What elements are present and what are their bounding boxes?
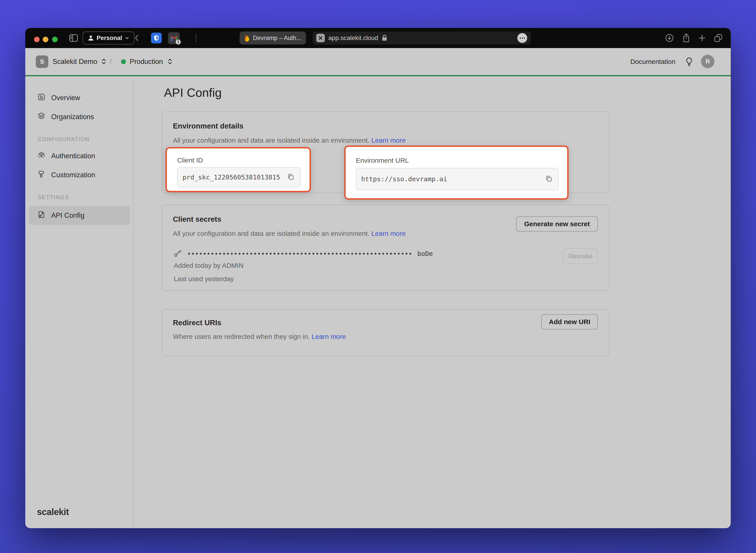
client-id-highlight-annotation: Client ID prd_skc_12205605381013815 xyxy=(165,147,311,192)
client-id-field: prd_skc_12205605381013815 xyxy=(177,167,300,187)
bitwarden-extension-icon[interactable] xyxy=(151,32,162,44)
learn-more-link[interactable]: Learn more xyxy=(371,230,406,237)
add-new-uri-button[interactable]: Add new URI xyxy=(541,314,598,329)
sidebar: Overview Organizations CONFIGURATION xyxy=(25,76,134,528)
sidebar-item-organizations[interactable]: Organizations xyxy=(25,107,133,126)
main-content: API Config Environment details All your … xyxy=(134,76,731,528)
sidebar-item-label: Overview xyxy=(51,94,80,102)
profile-label: Personal xyxy=(96,35,122,42)
card-description: Where users are redirected when they sig… xyxy=(173,333,346,340)
environment-status-dot xyxy=(121,59,126,64)
sidebar-item-label: Customization xyxy=(51,171,95,179)
breadcrumb-separator: / xyxy=(110,48,112,75)
key-icon xyxy=(174,249,182,258)
environment-url-value: https://sso.devramp.ai xyxy=(361,175,544,183)
tab-devramp[interactable]: Devramp – Auth... xyxy=(239,31,306,45)
sidebar-item-label: Organizations xyxy=(51,113,94,121)
client-id-value: prd_skc_12205605381013815 xyxy=(183,173,286,181)
sidebar-toggle-icon[interactable] xyxy=(69,33,78,43)
tab-overview-button[interactable] xyxy=(713,33,723,43)
card-description: All your configuration and data are isol… xyxy=(173,230,406,237)
tab-title: Devramp – Auth... xyxy=(253,35,301,42)
documentation-link[interactable]: Documentation xyxy=(630,48,676,75)
lock-icon xyxy=(382,34,388,42)
app-header: S Scalekit Demo / Production Documentati… xyxy=(25,48,731,75)
redirect-uris-card: Redirect URIs Where users are redirected… xyxy=(162,309,610,356)
chevron-down-icon xyxy=(125,35,130,41)
scalekit-logo: scalekit xyxy=(37,507,69,517)
sidebar-item-label: Authentication xyxy=(51,152,95,160)
environment-details-card: Environment details All your configurati… xyxy=(162,111,610,193)
card-title: Redirect URIs xyxy=(173,319,221,327)
page-title: API Config xyxy=(164,86,222,99)
share-button[interactable] xyxy=(681,33,691,43)
copy-icon[interactable] xyxy=(286,172,295,182)
environment-switcher[interactable]: Production xyxy=(130,48,163,75)
secret-suffix: boDe xyxy=(417,250,433,257)
browser-toolbar: Personal 1 xyxy=(25,28,731,48)
browser-window: Personal 1 xyxy=(25,28,731,528)
generate-new-secret-button[interactable]: Generate new secret xyxy=(516,216,598,232)
toolbar-separator xyxy=(196,33,196,43)
secret-row: ••••••••••••••••••••••••••••••••••••••••… xyxy=(174,249,433,258)
card-description: All your configuration and data are isol… xyxy=(173,137,406,144)
environment-url-field: https://sso.devramp.ai xyxy=(356,168,559,190)
sidebar-item-api-config[interactable]: API Config xyxy=(29,206,130,225)
sidebar-section-configuration: CONFIGURATION xyxy=(25,135,133,144)
close-tab-icon[interactable] xyxy=(316,34,325,42)
environment-switcher-chevrons-icon[interactable] xyxy=(166,57,174,67)
minimize-window-button[interactable] xyxy=(43,37,48,42)
new-tab-button[interactable] xyxy=(697,33,707,43)
lightbulb-icon[interactable] xyxy=(685,57,694,68)
workspace-logo[interactable]: S xyxy=(36,56,48,68)
org-switcher-chevrons-icon[interactable] xyxy=(99,57,108,67)
overview-icon xyxy=(38,93,46,103)
tab-active-address[interactable]: app.scalekit.cloud xyxy=(313,31,531,45)
environment-url-label: Environment URL xyxy=(356,157,409,164)
copy-icon[interactable] xyxy=(544,174,553,184)
client-id-label: Client ID xyxy=(177,156,203,164)
secret-last-used-info: Last used yesterday xyxy=(174,275,234,283)
learn-more-link[interactable]: Learn more xyxy=(312,333,346,340)
back-button[interactable] xyxy=(133,33,141,43)
paint-roller-icon xyxy=(38,170,46,180)
downloads-button[interactable] xyxy=(665,33,674,43)
organizations-icon xyxy=(38,112,46,122)
api-config-icon xyxy=(38,211,46,220)
address-url: app.scalekit.cloud xyxy=(328,34,378,42)
user-avatar[interactable]: R xyxy=(701,55,714,68)
profile-switcher[interactable]: Personal xyxy=(82,31,134,45)
gmail-unread-badge: 1 xyxy=(176,40,181,45)
gmail-extension-icon[interactable]: 1 xyxy=(168,32,180,44)
sidebar-section-settings: SETTINGS xyxy=(25,193,133,202)
sidebar-item-label: API Config xyxy=(51,212,84,220)
sidebar-item-overview[interactable]: Overview xyxy=(25,88,133,107)
firebase-flame-icon xyxy=(244,34,250,42)
revoke-button[interactable]: Revoke xyxy=(563,248,598,264)
client-secrets-card: Client secrets All your configuration an… xyxy=(162,205,610,291)
card-title: Client secrets xyxy=(173,215,221,224)
sidebar-item-customization[interactable]: Customization xyxy=(25,165,133,184)
card-title: Environment details xyxy=(173,122,244,130)
masked-secret: ••••••••••••••••••••••••••••••••••••••••… xyxy=(187,250,412,257)
sidebar-item-authentication[interactable]: Authentication xyxy=(25,146,133,165)
zoom-window-button[interactable] xyxy=(52,37,58,42)
person-icon xyxy=(87,35,94,42)
environment-url-highlight-annotation: Environment URL https://sso.devramp.ai xyxy=(344,146,568,200)
tab-options-button[interactable] xyxy=(518,33,527,43)
secret-added-info: Added today by ADMIN xyxy=(174,262,244,269)
close-window-button[interactable] xyxy=(34,37,40,42)
fingerprint-icon xyxy=(38,151,46,161)
learn-more-link[interactable]: Learn more xyxy=(371,137,406,144)
org-switcher[interactable]: Scalekit Demo xyxy=(53,48,97,75)
